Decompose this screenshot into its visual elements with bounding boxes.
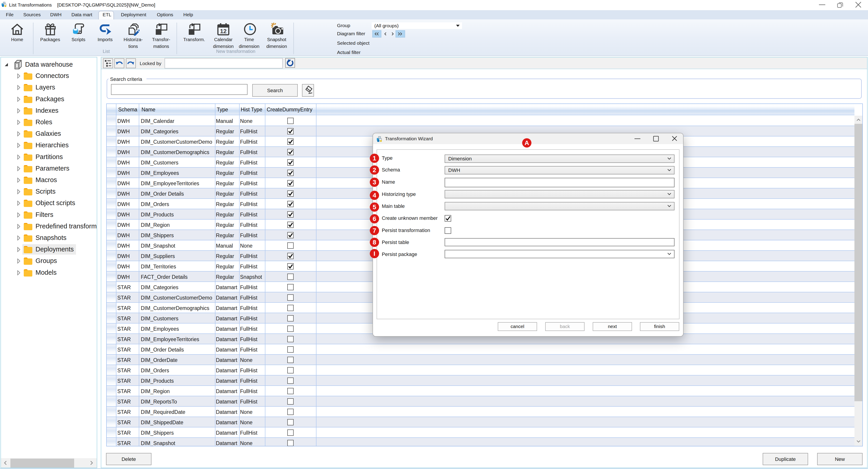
svg-text:12: 12: [220, 28, 227, 35]
